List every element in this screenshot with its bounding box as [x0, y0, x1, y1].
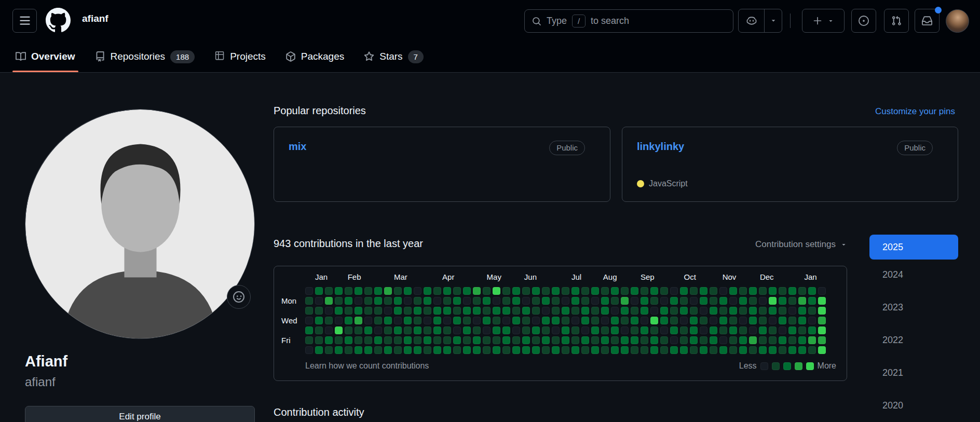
- contribution-cell[interactable]: [562, 287, 569, 295]
- tab-overview[interactable]: Overview: [16, 41, 75, 72]
- contribution-cell[interactable]: [601, 317, 609, 324]
- contribution-cell[interactable]: [532, 326, 540, 334]
- contribution-cell[interactable]: [483, 307, 491, 315]
- contribution-cell[interactable]: [522, 346, 530, 354]
- contribution-cell[interactable]: [739, 287, 747, 295]
- contribution-cell[interactable]: [818, 317, 826, 324]
- contribution-cell[interactable]: [591, 346, 599, 354]
- contribution-cell[interactable]: [315, 287, 323, 295]
- contribution-cell[interactable]: [700, 326, 707, 334]
- contribution-cell[interactable]: [729, 346, 737, 354]
- contribution-cell[interactable]: [453, 287, 461, 295]
- contribution-cell[interactable]: [483, 297, 491, 305]
- contribution-cell[interactable]: [818, 326, 826, 334]
- contribution-cell[interactable]: [621, 287, 629, 295]
- contribution-cell[interactable]: [404, 326, 412, 334]
- contribution-cell[interactable]: [798, 326, 806, 334]
- year-button-2024[interactable]: 2024: [869, 268, 958, 281]
- contribution-cell[interactable]: [473, 326, 481, 334]
- contribution-cell[interactable]: [364, 317, 372, 324]
- contribution-cell[interactable]: [463, 326, 471, 334]
- contribution-cell[interactable]: [729, 287, 737, 295]
- contribution-cell[interactable]: [818, 287, 826, 295]
- contribution-cell[interactable]: [335, 287, 343, 295]
- contribution-cell[interactable]: [502, 297, 510, 305]
- contribution-cell[interactable]: [424, 346, 431, 354]
- contribution-cell[interactable]: [739, 336, 747, 344]
- contribution-cell[interactable]: [473, 297, 481, 305]
- contribution-cell[interactable]: [305, 287, 313, 295]
- contribution-cell[interactable]: [788, 326, 796, 334]
- contribution-cell[interactable]: [788, 317, 796, 324]
- contribution-cell[interactable]: [355, 287, 362, 295]
- contribution-cell[interactable]: [532, 287, 540, 295]
- contribution-cell[interactable]: [542, 326, 550, 334]
- contribution-cell[interactable]: [345, 346, 352, 354]
- contribution-cell[interactable]: [779, 287, 786, 295]
- contribution-cell[interactable]: [650, 317, 658, 324]
- contribution-cell[interactable]: [729, 326, 737, 334]
- contribution-cell[interactable]: [552, 317, 560, 324]
- contribution-cell[interactable]: [759, 317, 767, 324]
- contribution-cell[interactable]: [542, 297, 550, 305]
- contribution-cell[interactable]: [641, 297, 648, 305]
- contribution-cell[interactable]: [660, 326, 668, 334]
- contribution-cell[interactable]: [631, 336, 638, 344]
- contribution-cell[interactable]: [729, 336, 737, 344]
- contribution-cell[interactable]: [463, 307, 471, 315]
- contribution-cell[interactable]: [394, 307, 402, 315]
- set-status-button[interactable]: [227, 285, 251, 309]
- contribution-cell[interactable]: [581, 336, 589, 344]
- year-button-2021[interactable]: 2021: [869, 366, 958, 379]
- contribution-cell[interactable]: [404, 287, 412, 295]
- contribution-cell[interactable]: [315, 317, 323, 324]
- contribution-cell[interactable]: [690, 287, 698, 295]
- contribution-cell[interactable]: [463, 317, 471, 324]
- contribution-cell[interactable]: [443, 287, 451, 295]
- contribution-cell[interactable]: [611, 326, 619, 334]
- contribution-cell[interactable]: [621, 326, 629, 334]
- contribution-cell[interactable]: [483, 287, 491, 295]
- contribution-cell[interactable]: [493, 336, 500, 344]
- contribution-cell[interactable]: [522, 287, 530, 295]
- contribution-cell[interactable]: [739, 326, 747, 334]
- contribution-cell[interactable]: [571, 336, 579, 344]
- contribution-cell[interactable]: [502, 326, 510, 334]
- contribution-cell[interactable]: [364, 297, 372, 305]
- contribution-cell[interactable]: [424, 336, 431, 344]
- contribution-cell[interactable]: [591, 307, 599, 315]
- contribution-cell[interactable]: [739, 297, 747, 305]
- copilot-dropdown-caret-icon[interactable]: [765, 9, 782, 32]
- contribution-cell[interactable]: [374, 346, 382, 354]
- contribution-cell[interactable]: [335, 297, 343, 305]
- contribution-cell[interactable]: [443, 336, 451, 344]
- contribution-cell[interactable]: [443, 346, 451, 354]
- contribution-cell[interactable]: [552, 287, 560, 295]
- contribution-cell[interactable]: [355, 297, 362, 305]
- contribution-cell[interactable]: [384, 336, 392, 344]
- contribution-cell[interactable]: [394, 346, 402, 354]
- contribution-cell[interactable]: [759, 336, 767, 344]
- contribution-cell[interactable]: [808, 297, 816, 305]
- copilot-button[interactable]: [738, 9, 782, 33]
- contribution-cell[interactable]: [601, 346, 609, 354]
- contribution-cell[interactable]: [532, 297, 540, 305]
- repo-link-mix[interactable]: mix: [289, 141, 306, 153]
- contribution-cell[interactable]: [769, 346, 777, 354]
- contribution-cell[interactable]: [779, 336, 786, 344]
- contribution-cell[interactable]: [414, 307, 421, 315]
- contribution-cell[interactable]: [562, 326, 569, 334]
- contribution-cell[interactable]: [483, 317, 491, 324]
- contribution-cell[interactable]: [345, 326, 352, 334]
- contribution-cell[interactable]: [631, 287, 638, 295]
- contribution-cell[interactable]: [305, 297, 313, 305]
- contribution-cell[interactable]: [473, 336, 481, 344]
- contribution-cell[interactable]: [660, 287, 668, 295]
- contribution-cell[interactable]: [739, 346, 747, 354]
- year-button-2020[interactable]: 2020: [869, 399, 958, 412]
- legend-level-cell[interactable]: [795, 362, 802, 370]
- contribution-cell[interactable]: [404, 346, 412, 354]
- tab-projects[interactable]: Projects: [214, 41, 266, 72]
- contribution-cell[interactable]: [601, 307, 609, 315]
- contribution-cell[interactable]: [680, 287, 688, 295]
